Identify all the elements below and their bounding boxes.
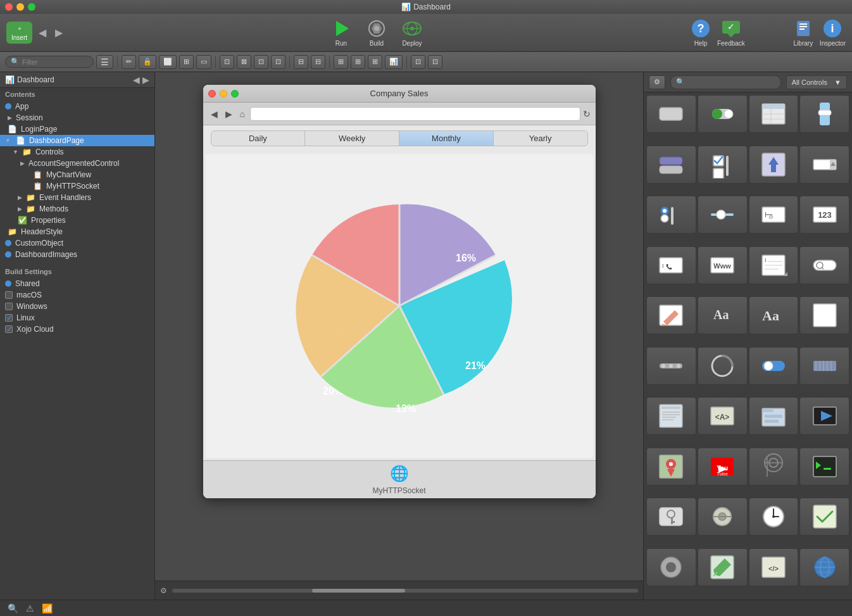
tab-yearly[interactable]: Yearly xyxy=(494,131,587,146)
control-label[interactable]: Aa xyxy=(698,296,748,334)
tab-weekly[interactable]: Weekly xyxy=(305,131,399,146)
filter-input[interactable]: 🔍 Filter xyxy=(5,56,94,68)
control-combo[interactable] xyxy=(799,146,849,184)
app-min-btn[interactable] xyxy=(220,90,227,97)
sidebar-item-xojocloud[interactable]: ✓ Xojo Cloud xyxy=(0,324,154,335)
control-editfield[interactable] xyxy=(646,296,696,334)
toolbar-icon-15[interactable]: 📊 xyxy=(385,55,403,69)
library-button[interactable]: Library xyxy=(791,18,816,47)
control-settings[interactable] xyxy=(646,548,696,586)
control-dbviewer[interactable] xyxy=(749,448,799,486)
control-textfield[interactable]: I @ xyxy=(749,196,799,234)
control-clock[interactable] xyxy=(749,498,799,536)
control-upload[interactable] xyxy=(749,146,799,184)
sidebar-item-mychartview[interactable]: 📋 MyChartView xyxy=(0,169,154,180)
control-spinner[interactable] xyxy=(698,347,748,385)
feedback-button[interactable]: ✓ Feedback xyxy=(717,18,745,47)
control-button[interactable] xyxy=(646,95,696,133)
controls-dropdown[interactable]: All Controls ▼ xyxy=(786,75,847,89)
wifi-status-icon[interactable]: 📶 xyxy=(42,603,53,613)
sidebar-item-loginpage[interactable]: 📄 LoginPage xyxy=(0,123,154,135)
control-switch-h[interactable] xyxy=(749,347,799,385)
toolbar-icon-1[interactable]: ✏ xyxy=(122,55,136,69)
control-slider[interactable] xyxy=(698,196,748,234)
close-button[interactable] xyxy=(5,3,13,11)
toolbar-icon-12[interactable]: ⊞ xyxy=(334,55,348,69)
control-map[interactable] xyxy=(646,448,696,486)
control-terminal[interactable] xyxy=(799,448,849,486)
run-button[interactable]: Run xyxy=(329,18,354,47)
control-toggle-switch[interactable] xyxy=(646,146,696,184)
tab-monthly[interactable]: Monthly xyxy=(399,131,494,146)
toolbar-icon-13[interactable]: ⊞ xyxy=(351,55,365,69)
app-forward-btn[interactable]: ▶ xyxy=(223,108,235,120)
control-checkbox[interactable] xyxy=(698,146,748,184)
sidebar-item-controls[interactable]: ▼ 📁 Controls xyxy=(0,146,154,158)
warning-status-icon[interactable]: ⚠ xyxy=(26,603,34,613)
help-button[interactable]: ? Help xyxy=(688,18,713,47)
sidebar-item-headerstyle[interactable]: 📁 HeaderStyle xyxy=(0,226,154,237)
view-list-btn[interactable]: ☰ xyxy=(96,55,113,69)
app-reload-btn[interactable]: ↻ xyxy=(583,109,591,119)
app-home-btn[interactable]: ⌂ xyxy=(237,108,247,120)
sidebar-item-methods[interactable]: ▶ 📁 Methods xyxy=(0,203,154,215)
control-spool[interactable] xyxy=(698,498,748,536)
inspector-button[interactable]: i Inspector xyxy=(820,18,846,47)
control-radio[interactable] xyxy=(646,196,696,234)
control-textarea[interactable]: I ◢ xyxy=(749,246,799,284)
toolbar-icon-17[interactable]: ⊡ xyxy=(428,55,442,69)
toolbar-icon-8[interactable]: ⊡ xyxy=(254,55,268,69)
control-movie[interactable] xyxy=(799,397,849,435)
sidebar-item-shared[interactable]: Shared xyxy=(0,278,154,289)
control-xml[interactable]: </> xyxy=(749,548,799,586)
gear-button[interactable]: ⚙ xyxy=(649,75,665,89)
control-youtube[interactable]: You Tube xyxy=(698,448,748,486)
sidebar-back-btn[interactable]: ◀ xyxy=(133,75,140,85)
deploy-button[interactable]: Deploy xyxy=(399,18,425,47)
control-globe[interactable] xyxy=(799,548,849,586)
toolbar-icon-16[interactable]: ⊡ xyxy=(411,55,425,69)
toolbar-icon-3[interactable]: ⬜ xyxy=(159,55,177,69)
control-filemanager[interactable] xyxy=(749,397,799,435)
control-canvas[interactable] xyxy=(799,296,849,334)
build-button[interactable]: Build xyxy=(364,18,389,47)
app-back-btn[interactable]: ◀ xyxy=(208,108,220,120)
sidebar-item-linux[interactable]: ✓ Linux xyxy=(0,312,154,324)
app-close-btn[interactable] xyxy=(208,90,216,97)
sidebar-forward-btn[interactable]: ▶ xyxy=(142,75,149,85)
search-status-icon[interactable]: 🔍 xyxy=(8,603,18,613)
toolbar-icon-5[interactable]: ▭ xyxy=(196,55,211,69)
minimize-button[interactable] xyxy=(16,3,24,11)
sidebar-item-app[interactable]: App xyxy=(0,101,154,112)
toolbar-icon-14[interactable]: ⊞ xyxy=(368,55,382,69)
toolbar-icon-2[interactable]: 🔒 xyxy=(139,55,156,69)
toolbar-icon-7[interactable]: ⊠ xyxy=(237,55,251,69)
control-phone[interactable]: I 📞 xyxy=(646,246,696,284)
sidebar-item-dashboardpage[interactable]: ▼ 📄 DashboardPage xyxy=(0,135,154,146)
insert-button[interactable]: ＋ Insert xyxy=(6,22,32,44)
app-max-btn[interactable] xyxy=(231,90,239,97)
control-table[interactable] xyxy=(749,95,799,133)
toolbar-icon-4[interactable]: ⊞ xyxy=(179,55,194,69)
sidebar-item-eventhandlers[interactable]: ▶ 📁 Event Handlers xyxy=(0,192,154,203)
control-striped[interactable] xyxy=(799,347,849,385)
toolbar-icon-9[interactable]: ⊡ xyxy=(271,55,285,69)
sidebar-item-myhttpsocket[interactable]: 📋 MyHTTPSocket xyxy=(0,180,154,192)
control-slider-v[interactable] xyxy=(799,95,849,133)
control-textviewer[interactable] xyxy=(646,397,696,435)
control-web[interactable]: Www xyxy=(698,246,748,284)
control-number[interactable]: 123 xyxy=(799,196,849,234)
sidebar-item-dashboardimages[interactable]: DashboardImages xyxy=(0,249,154,260)
toolbar-icon-11[interactable]: ⊟ xyxy=(311,55,325,69)
control-paintbrush[interactable] xyxy=(698,548,748,586)
sidebar-item-customobject[interactable]: CustomObject xyxy=(0,237,154,249)
sidebar-item-windows[interactable]: Windows xyxy=(0,301,154,312)
back-button[interactable]: ◀ xyxy=(36,24,49,41)
control-toggle[interactable] xyxy=(698,95,748,133)
sidebar-item-macos[interactable]: macOS xyxy=(0,289,154,301)
control-key[interactable] xyxy=(646,498,696,536)
right-sidebar-search[interactable]: 🔍 xyxy=(670,75,781,89)
sidebar-item-properties[interactable]: ✅ Properties xyxy=(0,215,154,226)
app-url-bar[interactable] xyxy=(250,107,580,121)
tab-daily[interactable]: Daily xyxy=(211,131,306,146)
